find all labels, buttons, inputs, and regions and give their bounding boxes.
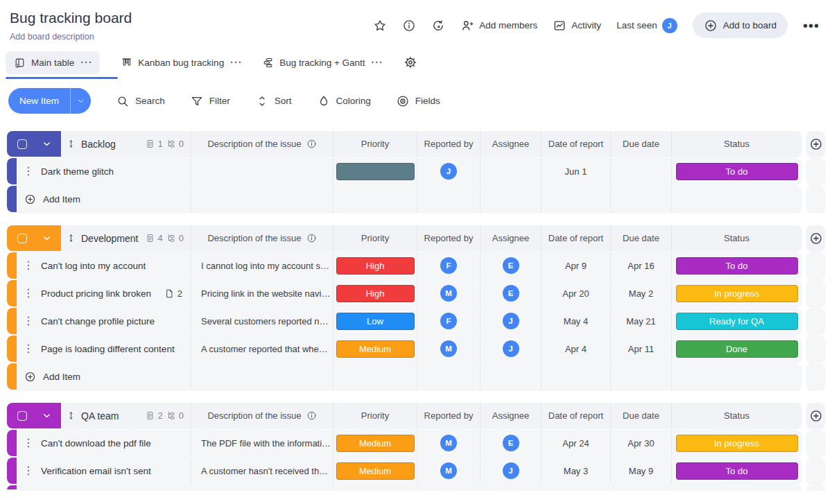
view-settings-button[interactable]: [404, 55, 417, 69]
description-cell[interactable]: A customer reported that whe…: [191, 336, 333, 362]
last-seen-avatar[interactable]: J: [662, 18, 677, 33]
group-collapse-pill[interactable]: [7, 403, 61, 428]
tab-menu-icon[interactable]: ⋯: [80, 60, 92, 65]
due-date-cell[interactable]: May 21: [610, 308, 671, 334]
add-to-board-button[interactable]: Add to board: [693, 12, 788, 38]
item-menu-button[interactable]: ⋮: [23, 343, 34, 354]
item-name[interactable]: Dark theme glitch: [41, 166, 114, 177]
group-checkbox[interactable]: [17, 234, 27, 243]
person-avatar[interactable]: J: [503, 313, 519, 329]
priority-cell[interactable]: Low: [333, 308, 417, 334]
group-name[interactable]: Development t…: [81, 233, 140, 244]
column-header-assignee[interactable]: Assignee: [480, 403, 541, 428]
chevron-down-icon[interactable]: [42, 139, 52, 149]
column-header-priority[interactable]: Priority: [333, 403, 417, 428]
person-avatar[interactable]: J: [440, 163, 457, 180]
column-header-assignee[interactable]: Assignee: [480, 131, 541, 157]
add-item-button[interactable]: Add Item: [17, 363, 191, 390]
drag-handle-icon[interactable]: [66, 139, 76, 149]
board-info-button[interactable]: [402, 19, 416, 33]
fields-button[interactable]: Fields: [396, 94, 440, 108]
reported-by-cell[interactable]: M: [417, 336, 480, 362]
date-of-report-cell[interactable]: Apr 20: [541, 280, 610, 306]
date-of-report-cell[interactable]: Apr 24: [541, 430, 610, 456]
column-header-priority[interactable]: Priority: [333, 225, 417, 251]
activity-button[interactable]: Activity: [553, 19, 601, 33]
column-header-reported-by[interactable]: Reported by: [417, 225, 480, 251]
priority-cell[interactable]: High: [333, 280, 417, 306]
column-header-date-of-report[interactable]: Date of report: [541, 403, 610, 428]
description-cell[interactable]: [191, 158, 333, 184]
reported-by-cell[interactable]: M: [417, 458, 480, 484]
priority-cell[interactable]: Medium: [333, 336, 417, 362]
favorite-button[interactable]: [373, 19, 387, 33]
item-menu-button[interactable]: ⋮: [23, 260, 34, 271]
column-header-description[interactable]: Description of the issue: [191, 225, 333, 251]
date-of-report-cell[interactable]: May 3: [541, 458, 610, 484]
date-of-report-cell[interactable]: Apr 4: [541, 336, 610, 362]
column-header-date-of-report[interactable]: Date of report: [541, 131, 610, 157]
column-header-due-date[interactable]: Due date: [610, 403, 671, 428]
person-avatar[interactable]: M: [440, 435, 457, 451]
board-menu-button[interactable]: •••: [803, 22, 820, 29]
page-title[interactable]: Bug tracking board: [10, 10, 132, 26]
drag-handle-icon[interactable]: [66, 410, 76, 421]
column-header-status[interactable]: Status: [671, 225, 801, 251]
assignee-cell[interactable]: [480, 158, 541, 184]
column-header-reported-by[interactable]: Reported by: [417, 131, 480, 157]
add-column-button[interactable]: [806, 131, 825, 157]
item-menu-button[interactable]: ⋮: [23, 315, 34, 327]
group-collapse-pill[interactable]: [7, 225, 61, 251]
item-name[interactable]: Page is loading different content: [41, 344, 175, 354]
person-avatar[interactable]: M: [440, 340, 457, 357]
group-name[interactable]: Backlog: [81, 139, 116, 150]
group-name[interactable]: QA team: [81, 410, 119, 422]
item-name[interactable]: Can't log into my account: [41, 261, 146, 271]
priority-cell[interactable]: Medium: [333, 458, 417, 484]
tab-menu-icon[interactable]: ⋯: [371, 60, 383, 65]
person-avatar[interactable]: E: [503, 257, 519, 274]
status-cell[interactable]: To do: [671, 458, 801, 484]
item-menu-button[interactable]: ⋮: [23, 465, 34, 476]
tab-bug-tracking-gantt[interactable]: Bug tracking + Gantt ⋯: [262, 57, 382, 69]
column-header-due-date[interactable]: Due date: [610, 131, 671, 157]
tab-kanban-bug-tracking[interactable]: Kanban bug tracking ⋯: [121, 57, 241, 69]
status-cell[interactable]: To do: [671, 158, 801, 184]
due-date-cell[interactable]: Apr 16: [610, 252, 671, 279]
item-name[interactable]: Verification email isn't sent: [41, 466, 151, 476]
filter-button[interactable]: Filter: [190, 94, 230, 108]
last-seen[interactable]: Last seen J: [616, 18, 677, 33]
person-avatar[interactable]: J: [503, 340, 519, 357]
due-date-cell[interactable]: [610, 158, 671, 184]
description-cell[interactable]: A customer hasn't received th…: [191, 458, 333, 484]
file-count-badge[interactable]: 2: [164, 288, 182, 299]
description-cell[interactable]: I cannot log into my account s…: [191, 252, 333, 279]
person-avatar[interactable]: M: [440, 462, 457, 479]
column-header-due-date[interactable]: Due date: [610, 225, 671, 251]
add-column-button[interactable]: [806, 403, 825, 428]
reported-by-cell[interactable]: F: [417, 252, 480, 279]
status-cell[interactable]: Done: [671, 336, 801, 362]
status-cell[interactable]: Ready for QA: [671, 308, 801, 334]
column-header-description[interactable]: Description of the issue: [191, 131, 333, 157]
item-menu-button[interactable]: ⋮: [23, 166, 34, 177]
assignee-cell[interactable]: E: [480, 252, 541, 279]
date-of-report-cell[interactable]: Jun 1: [541, 158, 610, 184]
reported-by-cell[interactable]: J: [417, 158, 480, 184]
drag-handle-icon[interactable]: [66, 233, 76, 243]
priority-cell[interactable]: [333, 158, 417, 184]
column-header-reported-by[interactable]: Reported by: [417, 403, 480, 428]
add-column-button[interactable]: [806, 225, 825, 251]
description-cell[interactable]: The PDF file with the informati…: [191, 430, 333, 456]
new-item-label[interactable]: New Item: [8, 88, 70, 114]
date-of-report-cell[interactable]: May 4: [541, 308, 610, 334]
group-checkbox[interactable]: [17, 139, 27, 149]
info-icon[interactable]: [306, 410, 317, 421]
search-button[interactable]: Search: [116, 94, 165, 108]
due-date-cell[interactable]: Apr 30: [610, 430, 671, 456]
coloring-button[interactable]: Coloring: [317, 94, 371, 108]
info-icon[interactable]: [306, 233, 317, 243]
chevron-down-icon[interactable]: [42, 233, 52, 243]
reported-by-cell[interactable]: M: [417, 280, 480, 306]
item-menu-button[interactable]: ⋮: [23, 437, 34, 449]
